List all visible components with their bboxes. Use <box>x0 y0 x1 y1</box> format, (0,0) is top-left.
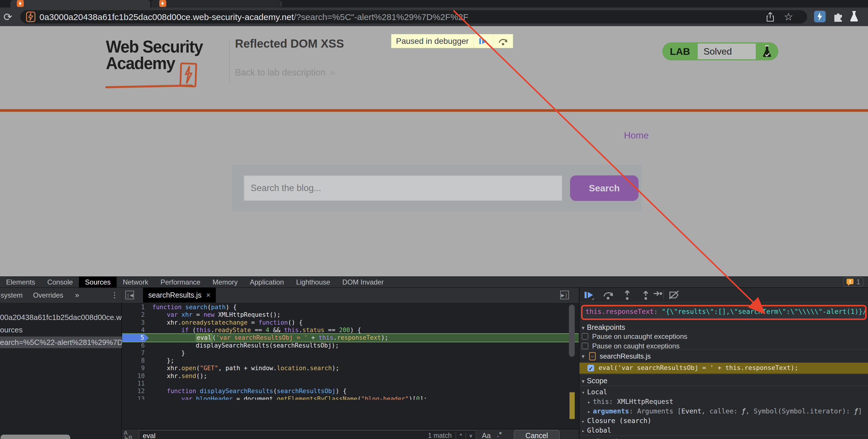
deactivate-breakpoints-icon[interactable] <box>668 290 680 301</box>
tab-network[interactable]: Network <box>117 277 154 288</box>
blog-search-button[interactable]: Search <box>570 175 639 201</box>
code-line[interactable]: 6displaySearchResults(searchResultsObj); <box>122 342 579 350</box>
code-line[interactable]: 11 <box>122 380 579 388</box>
code-line[interactable]: 10xhr.send(); <box>122 372 579 380</box>
browser-tab-active[interactable] <box>10 0 150 7</box>
find-input[interactable]: eval 1 match ^ v <box>139 430 476 439</box>
lab-flask-icon[interactable] <box>849 11 859 24</box>
navigator-file-item[interactable]: ources <box>0 324 122 335</box>
breakpoint-entry[interactable]: ✓ eval('var searchResultsObj = ' + this.… <box>579 363 868 374</box>
tab-sources[interactable]: Sources <box>79 277 117 288</box>
line-number[interactable]: 6 <box>122 342 145 350</box>
find-next-icon[interactable]: v <box>466 433 476 439</box>
disclosure-closed-icon[interactable]: ▸ <box>587 399 591 405</box>
code-line[interactable]: 2var xhr = new XMLHttpRequest(); <box>122 311 579 319</box>
file-tab-searchresults[interactable]: searchResults.js × <box>143 288 216 302</box>
site-info-icon[interactable] <box>26 11 35 22</box>
code-line[interactable]: 13var blogHeader = document.getElementsB… <box>122 395 579 400</box>
line-number[interactable]: 2 <box>122 311 145 319</box>
step-into-icon[interactable] <box>622 290 632 301</box>
disclosure-open-icon[interactable]: ▾ <box>582 389 585 396</box>
line-number[interactable]: 12 <box>122 387 145 395</box>
step-over-button[interactable] <box>493 34 513 48</box>
step-icon[interactable] <box>652 290 662 301</box>
match-case-toggle[interactable]: Aa <box>482 432 491 439</box>
resume-script-button[interactable] <box>474 34 493 48</box>
line-number[interactable]: 4 <box>122 326 145 334</box>
home-link[interactable]: Home <box>609 130 649 141</box>
close-tab-icon[interactable]: × <box>206 291 210 300</box>
navigator-kebab-menu-icon[interactable]: ⋮ <box>111 288 118 302</box>
line-number[interactable]: 11 <box>122 380 145 388</box>
tab-dom-invader[interactable]: DOM Invader <box>336 277 390 288</box>
watch-expression[interactable]: this.responseText: "{\"results\":[],\"se… <box>585 308 867 315</box>
step-over-icon[interactable] <box>602 290 614 301</box>
tab-lighthouse[interactable]: Lighthouse <box>290 277 336 288</box>
reload-icon[interactable]: ⟳ <box>3 11 12 23</box>
navigator-file-item[interactable]: 00a20438a61fc1b25dac008d00ce.web <box>0 312 122 323</box>
breakpoint-file-group[interactable]: ▾ ‹› searchResults.js <box>579 352 868 362</box>
tab-elements[interactable]: Elements <box>0 277 41 288</box>
extensions-puzzle-icon[interactable] <box>832 11 844 24</box>
disclosure-closed-icon[interactable]: ▸ <box>587 409 591 415</box>
blog-search-input[interactable] <box>244 175 562 201</box>
line-number[interactable]: 10 <box>122 372 145 380</box>
line-number[interactable]: 8 <box>122 357 145 365</box>
share-icon[interactable] <box>766 12 775 24</box>
navigator-overflow-chevron[interactable]: » <box>70 288 83 302</box>
address-bar[interactable]: 0a3000a20438a61fc1b25dac008d00ce.web-sec… <box>20 10 807 24</box>
disclosure-closed-icon[interactable]: ▸ <box>582 428 585 434</box>
checkbox[interactable] <box>582 333 588 340</box>
scope-row-local[interactable]: ▾Local <box>579 388 868 398</box>
navigator-tab-overrides[interactable]: Overrides <box>28 288 68 302</box>
code-line[interactable]: 3xhr.onreadystatechange = function() { <box>122 319 579 327</box>
regex-toggle[interactable]: .* <box>497 430 502 439</box>
step-out-icon[interactable] <box>641 290 651 301</box>
bookmark-star-icon[interactable]: ☆ <box>784 11 793 23</box>
find-cancel-button[interactable]: Cancel <box>514 430 560 439</box>
url-text[interactable]: 0a3000a20438a61fc1b25dac008d00ce.web-sec… <box>39 12 776 22</box>
scope-row-arguments[interactable]: ▸arguments: Arguments [Event, callee: ƒ,… <box>579 407 868 417</box>
line-number[interactable]: 3 <box>122 319 145 327</box>
scope-row-closure-search-[interactable]: ▸Closure (search) <box>579 417 868 426</box>
breakpoint-checkbox[interactable]: ✓ <box>587 365 594 371</box>
scope-row-global[interactable]: ▸Global <box>579 427 868 436</box>
navigator-file-item[interactable]: earch=%5C%22-alert%281%29%7D% <box>0 336 122 348</box>
line-number[interactable]: 13 <box>122 395 145 400</box>
editor-scrollbar[interactable] <box>569 304 575 357</box>
execution-line[interactable]: 5eval('var searchResultsObj = ' + this.r… <box>122 333 579 342</box>
exception-toggle-row[interactable]: Pause on caught exceptions <box>579 342 868 351</box>
callstack-section-header[interactable]: ▾Call Stack <box>579 438 868 439</box>
code-line[interactable]: 7} <box>122 349 579 357</box>
tab-memory[interactable]: Memory <box>207 277 244 288</box>
tab-application[interactable]: Application <box>244 277 290 288</box>
issues-counter[interactable]: 1 <box>843 277 863 287</box>
checkbox[interactable] <box>582 343 588 349</box>
line-number[interactable]: 9 <box>122 364 145 372</box>
code-line[interactable]: 8}; <box>122 357 579 365</box>
collapse-navigator-icon[interactable]: ❘◀ <box>125 291 134 299</box>
scope-section-header[interactable]: ▾Scope <box>579 377 868 385</box>
disclosure-closed-icon[interactable]: ▸ <box>582 418 585 424</box>
browser-tab-background[interactable] <box>151 0 281 7</box>
find-query-text[interactable]: eval <box>139 432 424 439</box>
find-previous-icon[interactable]: ^ <box>456 433 466 439</box>
scope-row-this[interactable]: ▸this: XMLHttpRequest <box>579 398 868 407</box>
back-to-lab-description-link[interactable]: Back to lab description» <box>235 67 334 78</box>
expand-sidebar-icon[interactable]: ▶❘ <box>560 291 569 299</box>
resume-script-icon[interactable] <box>583 290 594 301</box>
navigator-tab-system[interactable]: system <box>0 288 28 302</box>
line-number[interactable]: 7 <box>122 349 145 357</box>
dom-invader-extension-icon[interactable] <box>814 11 826 22</box>
code-line[interactable]: 12function displaySearchResults(searchRe… <box>122 387 579 395</box>
breakpoints-section-header[interactable]: ▾Breakpoints <box>579 323 868 331</box>
code-line[interactable]: 1function search(path) { <box>122 303 579 311</box>
tab-performance[interactable]: Performance <box>154 277 206 288</box>
line-number[interactable]: 5 <box>122 334 149 342</box>
code-line[interactable]: 4if (this.readyState == 4 && this.status… <box>122 326 579 334</box>
code-line[interactable]: 9xhr.open("GET", path + window.location.… <box>122 364 579 372</box>
tab-console[interactable]: Console <box>41 277 79 288</box>
exception-toggle-row[interactable]: Pause on uncaught exceptions <box>579 332 868 342</box>
source-code[interactable]: 1function search(path) {2var xhr = new X… <box>122 302 579 400</box>
line-number[interactable]: 1 <box>122 303 145 311</box>
